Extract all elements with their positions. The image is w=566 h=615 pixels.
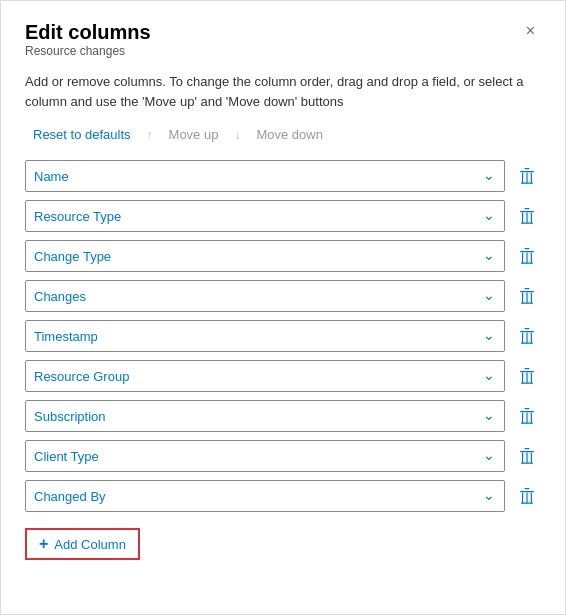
- column-select-wrapper: Subscription: [25, 400, 505, 432]
- svg-rect-7: [525, 208, 530, 209]
- column-select-wrapper: Timestamp: [25, 320, 505, 352]
- svg-rect-43: [525, 448, 530, 449]
- svg-rect-32: [522, 373, 523, 384]
- column-select[interactable]: Changes: [25, 280, 505, 312]
- column-select[interactable]: Subscription: [25, 400, 505, 432]
- svg-rect-15: [531, 253, 532, 264]
- table-row: Changes: [25, 280, 541, 312]
- svg-rect-51: [531, 493, 532, 504]
- svg-rect-33: [531, 373, 532, 384]
- svg-rect-20: [522, 293, 523, 304]
- trash-icon: [519, 247, 535, 265]
- delete-column-button[interactable]: [513, 242, 541, 270]
- svg-rect-0: [520, 171, 534, 172]
- move-down-button[interactable]: Move down: [252, 125, 326, 144]
- svg-rect-6: [520, 211, 534, 212]
- svg-rect-31: [525, 368, 530, 369]
- move-up-button[interactable]: Move up: [165, 125, 223, 144]
- svg-rect-50: [522, 493, 523, 504]
- column-select[interactable]: Changed By: [25, 480, 505, 512]
- column-select[interactable]: Resource Group: [25, 360, 505, 392]
- svg-rect-14: [522, 253, 523, 264]
- close-button[interactable]: ×: [520, 21, 541, 41]
- trash-icon: [519, 367, 535, 385]
- column-select-wrapper: Resource Group: [25, 360, 505, 392]
- table-row: Timestamp: [25, 320, 541, 352]
- svg-rect-42: [520, 451, 534, 452]
- svg-rect-27: [531, 333, 532, 344]
- columns-list: Name Resource Type Change Type Changes: [25, 160, 541, 512]
- svg-rect-47: [521, 463, 533, 464]
- svg-rect-13: [525, 248, 530, 249]
- delete-column-button[interactable]: [513, 442, 541, 470]
- reset-defaults-button[interactable]: Reset to defaults: [29, 125, 135, 144]
- svg-rect-11: [521, 223, 533, 224]
- table-row: Changed By: [25, 480, 541, 512]
- trash-icon: [519, 207, 535, 225]
- trash-icon: [519, 407, 535, 425]
- svg-rect-48: [520, 491, 534, 492]
- svg-rect-12: [520, 251, 534, 252]
- table-row: Subscription: [25, 400, 541, 432]
- dialog-header: Edit columns Resource changes ×: [25, 21, 541, 70]
- svg-rect-34: [526, 373, 527, 384]
- svg-rect-8: [522, 213, 523, 224]
- svg-rect-24: [520, 331, 534, 332]
- trash-icon: [519, 487, 535, 505]
- delete-column-button[interactable]: [513, 322, 541, 350]
- dialog-title: Edit columns: [25, 21, 151, 44]
- trash-icon: [519, 447, 535, 465]
- svg-rect-25: [525, 328, 530, 329]
- column-select-wrapper: Client Type: [25, 440, 505, 472]
- svg-rect-28: [526, 333, 527, 344]
- svg-rect-9: [531, 213, 532, 224]
- svg-rect-1: [525, 168, 530, 169]
- delete-column-button[interactable]: [513, 162, 541, 190]
- svg-rect-49: [525, 488, 530, 489]
- move-down-label: Move down: [256, 127, 322, 142]
- column-select[interactable]: Change Type: [25, 240, 505, 272]
- move-down-icon: ↓: [234, 128, 240, 142]
- add-icon: +: [39, 535, 48, 553]
- svg-rect-40: [526, 413, 527, 424]
- column-select-wrapper: Resource Type: [25, 200, 505, 232]
- svg-rect-23: [521, 303, 533, 304]
- svg-rect-44: [522, 453, 523, 464]
- table-row: Resource Group: [25, 360, 541, 392]
- column-select[interactable]: Resource Type: [25, 200, 505, 232]
- svg-rect-10: [526, 213, 527, 224]
- trash-icon: [519, 287, 535, 305]
- dialog-description: Add or remove columns. To change the col…: [25, 72, 541, 111]
- trash-icon: [519, 167, 535, 185]
- delete-column-button[interactable]: [513, 402, 541, 430]
- delete-column-button[interactable]: [513, 482, 541, 510]
- add-column-button[interactable]: + Add Column: [25, 528, 140, 560]
- table-row: Change Type: [25, 240, 541, 272]
- column-select[interactable]: Timestamp: [25, 320, 505, 352]
- dialog-subtitle: Resource changes: [25, 44, 151, 58]
- svg-rect-3: [531, 173, 532, 184]
- column-select[interactable]: Name: [25, 160, 505, 192]
- svg-rect-52: [526, 493, 527, 504]
- svg-rect-35: [521, 383, 533, 384]
- svg-rect-38: [522, 413, 523, 424]
- svg-rect-30: [520, 371, 534, 372]
- svg-rect-2: [522, 173, 523, 184]
- edit-columns-dialog: Edit columns Resource changes × Add or r…: [0, 0, 566, 615]
- svg-rect-45: [531, 453, 532, 464]
- column-select-wrapper: Change Type: [25, 240, 505, 272]
- svg-rect-29: [521, 343, 533, 344]
- move-up-label: Move up: [169, 127, 219, 142]
- delete-column-button[interactable]: [513, 202, 541, 230]
- svg-rect-18: [520, 291, 534, 292]
- delete-column-button[interactable]: [513, 282, 541, 310]
- table-row: Client Type: [25, 440, 541, 472]
- trash-icon: [519, 327, 535, 345]
- svg-rect-5: [521, 183, 533, 184]
- column-select-wrapper: Changed By: [25, 480, 505, 512]
- delete-column-button[interactable]: [513, 362, 541, 390]
- column-select[interactable]: Client Type: [25, 440, 505, 472]
- svg-rect-46: [526, 453, 527, 464]
- svg-rect-41: [521, 423, 533, 424]
- svg-rect-19: [525, 288, 530, 289]
